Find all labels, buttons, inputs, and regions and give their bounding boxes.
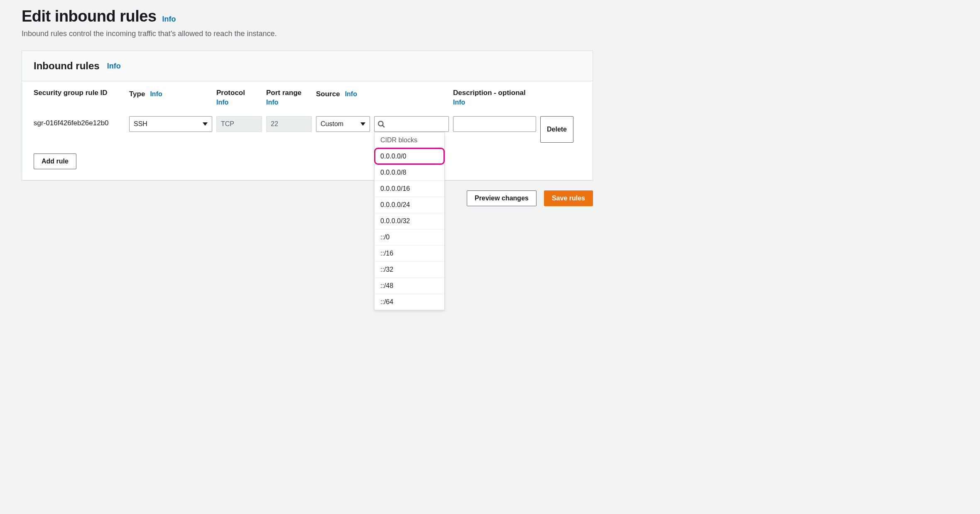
cidr-option[interactable]: ::/64 bbox=[375, 294, 444, 310]
chevron-down-icon bbox=[360, 122, 365, 126]
source-mode-select[interactable]: Custom bbox=[316, 116, 370, 132]
description-input[interactable] bbox=[453, 116, 536, 132]
col-protocol-label: Protocol bbox=[216, 89, 245, 97]
page-title: Edit inbound rules bbox=[22, 7, 157, 25]
source-search-input[interactable] bbox=[374, 116, 449, 132]
panel-title: Inbound rules bbox=[34, 60, 100, 72]
col-description: Description - optional Info bbox=[453, 89, 536, 106]
table-row: sgr-016f426feb26e12b0 SSH TCP 22 Custom bbox=[22, 112, 593, 147]
cidr-option[interactable]: ::/16 bbox=[375, 245, 444, 261]
col-source-info-link[interactable]: Info bbox=[345, 90, 357, 98]
add-rule-button[interactable]: Add rule bbox=[34, 153, 76, 169]
cidr-option[interactable]: 0.0.0.0/32 bbox=[375, 213, 444, 229]
col-protocol-info-link[interactable]: Info bbox=[216, 99, 262, 106]
rules-table: Security group rule ID Type Info Protoco… bbox=[22, 81, 593, 180]
col-description-info-link[interactable]: Info bbox=[453, 99, 536, 106]
cidr-option[interactable]: 0.0.0.0/16 bbox=[375, 180, 444, 197]
table-header-row: Security group rule ID Type Info Protoco… bbox=[22, 81, 593, 112]
col-type-label: Type bbox=[129, 90, 145, 98]
inbound-rules-panel: Inbound rules Info Security group rule I… bbox=[22, 51, 593, 180]
type-select[interactable]: SSH bbox=[129, 116, 212, 132]
cidr-option[interactable]: ::/0 bbox=[375, 229, 444, 245]
cidr-option[interactable]: 0.0.0.0/0 bbox=[375, 148, 444, 164]
col-port-info-link[interactable]: Info bbox=[266, 99, 312, 106]
col-protocol: Protocol Info bbox=[216, 89, 262, 106]
col-port: Port range Info bbox=[266, 89, 312, 106]
col-source-label: Source bbox=[316, 90, 340, 98]
source-mode-value: Custom bbox=[321, 120, 343, 128]
col-rule-id: Security group rule ID bbox=[34, 89, 125, 106]
cidr-option[interactable]: ::/48 bbox=[375, 278, 444, 294]
col-description-label: Description - optional bbox=[453, 89, 526, 97]
preview-changes-button[interactable]: Preview changes bbox=[467, 190, 537, 206]
panel-info-link[interactable]: Info bbox=[107, 62, 121, 71]
cidr-option[interactable]: ::/32 bbox=[375, 261, 444, 278]
type-select-value: SSH bbox=[134, 120, 147, 128]
cidr-dropdown-header: CIDR blocks bbox=[375, 132, 444, 148]
rule-id-value: sgr-016f426feb26e12b0 bbox=[34, 116, 125, 143]
cidr-option[interactable]: 0.0.0.0/24 bbox=[375, 197, 444, 213]
col-source: Source Info bbox=[316, 89, 370, 106]
page-subtitle: Inbound rules control the incoming traff… bbox=[22, 29, 593, 38]
col-type-info-link[interactable]: Info bbox=[150, 90, 162, 98]
col-type: Type Info bbox=[129, 89, 212, 106]
col-port-label: Port range bbox=[266, 89, 301, 97]
delete-button[interactable]: Delete bbox=[540, 116, 573, 143]
protocol-field: TCP bbox=[216, 116, 262, 132]
port-field: 22 bbox=[266, 116, 312, 132]
chevron-down-icon bbox=[203, 122, 208, 126]
cidr-dropdown: CIDR blocks 0.0.0.0/00.0.0.0/80.0.0.0/16… bbox=[374, 132, 445, 310]
cidr-option[interactable]: 0.0.0.0/8 bbox=[375, 164, 444, 180]
save-rules-button[interactable]: Save rules bbox=[544, 190, 593, 206]
page-title-info-link[interactable]: Info bbox=[162, 15, 176, 24]
